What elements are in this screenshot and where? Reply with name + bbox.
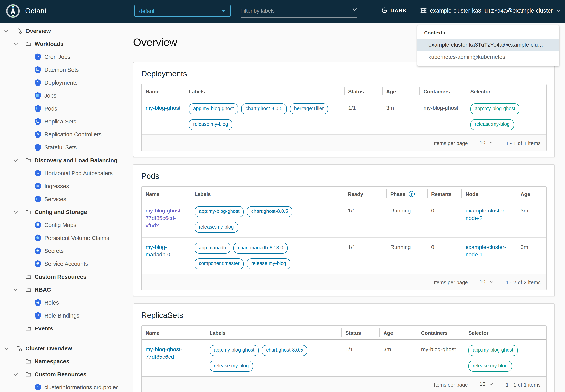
- column-header-age: Age: [379, 326, 417, 339]
- node-link[interactable]: example-cluster-node-1: [465, 244, 506, 258]
- label-chip[interactable]: chart:ghost-8.0.5: [262, 345, 307, 356]
- column-header-selector: Selector: [464, 326, 543, 339]
- selector-chip[interactable]: release:my-blog: [470, 119, 514, 130]
- sidebar-item-replication-controllers[interactable]: ↻Replication Controllers: [0, 128, 124, 141]
- namespace-select[interactable]: default: [134, 5, 231, 17]
- chevron-down-icon: [489, 382, 493, 386]
- folder-icon: [25, 371, 31, 377]
- sidebar-item-replica-sets[interactable]: ❏Replica Sets: [0, 115, 124, 128]
- column-header-ready: Ready: [344, 187, 387, 201]
- chevron-down-icon[interactable]: [13, 41, 18, 46]
- items-per-page-value: 10: [480, 381, 485, 387]
- label-chip[interactable]: app:mariadb: [195, 243, 231, 254]
- service-accounts-icon: ◉: [34, 260, 41, 267]
- name-link[interactable]: my-blog-mariadb-0: [146, 244, 170, 258]
- sidebar-item-jobs[interactable]: ▦Jobs: [0, 89, 124, 102]
- column-header-containers: Containers: [417, 326, 464, 339]
- chevron-down-icon[interactable]: [4, 28, 9, 33]
- column-header-restarts: Restarts: [427, 187, 461, 201]
- sidebar-item-workloads[interactable]: Workloads: [0, 37, 124, 50]
- label-chip[interactable]: component:master: [195, 258, 244, 269]
- sidebar-item-label: Replication Controllers: [44, 131, 102, 137]
- status-cell: 1/1: [342, 340, 380, 376]
- restarts-cell: 0: [427, 238, 461, 274]
- label-chip[interactable]: release:my-blog: [209, 361, 253, 372]
- chevron-down-icon[interactable]: [4, 346, 9, 351]
- sidebar-item-secrets[interactable]: ◉Secrets: [0, 244, 124, 257]
- theme-toggle[interactable]: DARK: [381, 7, 407, 13]
- items-per-page-select[interactable]: 10: [476, 279, 494, 286]
- age-cell: 3m: [382, 98, 420, 134]
- sidebar-item-namespaces[interactable]: Namespaces: [0, 355, 124, 368]
- chevron-spacer: [13, 359, 18, 364]
- label-chip[interactable]: release:my-blog: [189, 119, 233, 130]
- label-chip[interactable]: chart:ghost-8.0.5: [247, 206, 293, 217]
- filter-icon[interactable]: [408, 191, 415, 197]
- sidebar-item-config-maps[interactable]: ☰Config Maps: [0, 218, 124, 231]
- column-header-label: Selector: [470, 89, 491, 95]
- chevron-down-icon[interactable]: [13, 287, 18, 292]
- sidebar-item-label: Roles: [44, 299, 59, 306]
- items-per-page-select[interactable]: 10: [476, 381, 494, 388]
- name-link[interactable]: my-blog-ghost-77df85c6cd: [146, 346, 182, 360]
- context-menu-item-selected[interactable]: example-cluster-ka3TuTzYo4a@example-clu…: [417, 39, 559, 51]
- context-menu-item[interactable]: kubernetes-admin@kubernetes: [417, 51, 559, 63]
- context-selector[interactable]: example-cluster-ka3TuTzYo4a@example-clus…: [420, 7, 560, 14]
- daemon-sets-icon: ❏: [34, 66, 41, 73]
- sidebar-item-stateful-sets[interactable]: ☰Stateful Sets: [0, 141, 124, 154]
- sidebar-item-daemon-sets[interactable]: ❏Daemon Sets: [0, 63, 124, 76]
- secrets-icon: ◉: [34, 247, 41, 254]
- chevron-down-icon[interactable]: [13, 210, 18, 214]
- label-chip[interactable]: release:my-blog: [195, 222, 238, 233]
- label-chip[interactable]: chart:mariadb-6.13.0: [234, 243, 288, 254]
- sidebar-item-persistent-volume-claims[interactable]: ◍Persistent Volume Claims: [0, 231, 124, 244]
- sidebar-item-cron-jobs[interactable]: ◔Cron Jobs: [0, 50, 124, 63]
- label-chip[interactable]: app:my-blog-ghost: [209, 345, 259, 356]
- sidebar-item-horizontal-pod-autoscalers[interactable]: ↔Horizontal Pod Autoscalers: [0, 167, 124, 180]
- chevron-down-icon: [489, 140, 493, 144]
- label-filter-input[interactable]: Filter by labels: [240, 7, 357, 18]
- sidebar-item-events[interactable]: Events: [0, 322, 124, 335]
- sidebar-item-service-accounts[interactable]: ◉Service Accounts: [0, 257, 124, 270]
- sidebar-item-pods[interactable]: ▢Pods: [0, 102, 124, 115]
- sidebar-item-clusterinformations-crd-projec[interactable]: *clusterinformations.crd.projec: [0, 381, 124, 392]
- sidebar-item-ingresses[interactable]: ⇆Ingresses: [0, 180, 124, 193]
- node-link[interactable]: example-cluster-node-2: [465, 207, 506, 221]
- selector-chip[interactable]: app:my-blog-ghost: [470, 103, 520, 114]
- label-chip[interactable]: app:my-blog-ghost: [189, 103, 238, 114]
- deployments-table: NameLabelsStatusAgeContainersSelectormy-…: [141, 84, 547, 151]
- age-cell: 3m: [517, 238, 546, 274]
- sidebar-item-label: Workloads: [34, 41, 64, 47]
- label-chip[interactable]: heritage:Tiller: [290, 103, 328, 114]
- card-title: Deployments: [141, 69, 547, 78]
- sidebar-item-rbac[interactable]: RBAC: [0, 283, 124, 296]
- sidebar-item-roles[interactable]: ◉Roles: [0, 296, 124, 309]
- table-pagination: Items per page101 - 1 of 1 items: [142, 376, 546, 392]
- sidebar-item-label: Custom Resources: [34, 371, 86, 377]
- brand: Octant: [5, 3, 47, 18]
- sidebar-item-label: Config and Storage: [34, 209, 87, 215]
- items-per-page-select[interactable]: 10: [476, 139, 494, 147]
- labels-cell: app:my-blog-ghostchart:ghost-8.0.5herita…: [185, 98, 344, 134]
- column-header-name: Name: [142, 84, 185, 98]
- selector-chip[interactable]: release:my-blog: [468, 361, 512, 372]
- name-link[interactable]: my-blog-ghost-77df85c6cd-vf6dx: [146, 207, 182, 228]
- sidebar-item-config-and-storage[interactable]: Config and Storage: [0, 205, 124, 218]
- sidebar-item-role-bindings[interactable]: ⧉Role Bindings: [0, 309, 124, 322]
- sidebar-item-cluster-overview[interactable]: Cluster Overview: [0, 342, 124, 355]
- column-header-label: Age: [520, 191, 530, 197]
- label-chip[interactable]: release:my-blog: [247, 258, 291, 269]
- label-chip[interactable]: chart:ghost-8.0.5: [241, 103, 287, 114]
- sidebar-item-custom-resources[interactable]: Custom Resources: [0, 270, 124, 283]
- sidebar-item-deployments[interactable]: ↻Deployments: [0, 76, 124, 89]
- sidebar-item-overview[interactable]: Overview: [0, 24, 124, 37]
- sidebar-item-services[interactable]: ◫Services: [0, 193, 124, 205]
- selector-chip[interactable]: app:my-blog-ghost: [468, 345, 518, 356]
- name-link[interactable]: my-blog-ghost: [146, 105, 180, 111]
- sidebar-item-discovery-and-load-balancing[interactable]: Discovery and Load Balancing: [0, 154, 124, 167]
- ready-cell: 1/1: [344, 238, 387, 274]
- label-chip[interactable]: app:my-blog-ghost: [195, 206, 244, 217]
- chevron-down-icon[interactable]: [13, 158, 18, 163]
- chevron-down-icon[interactable]: [13, 372, 18, 377]
- sidebar-item-custom-resources[interactable]: Custom Resources: [0, 368, 124, 381]
